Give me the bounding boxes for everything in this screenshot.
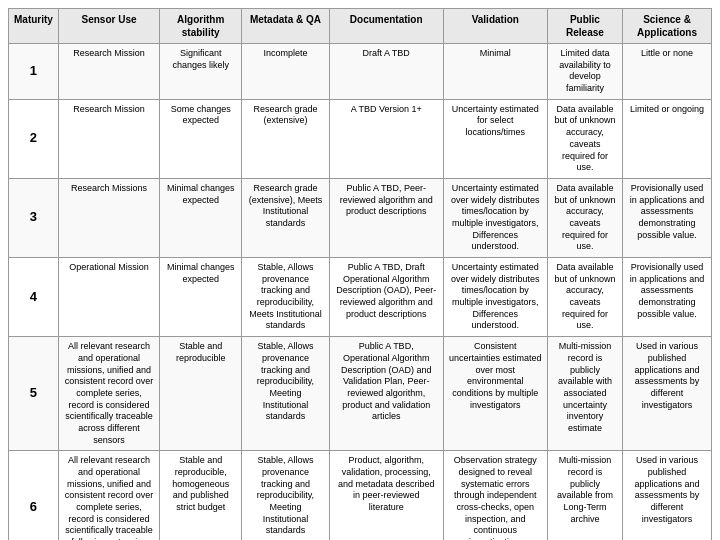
cell-public_release: Limited data availability to develop fam… xyxy=(547,44,622,100)
cell-metadata_qa: Stable, Allows provenance tracking and r… xyxy=(242,258,329,337)
cell-science_applications: Used in various published applications a… xyxy=(623,451,712,540)
cell-metadata_qa: Stable, Allows provenance tracking and r… xyxy=(242,451,329,540)
cell-maturity: 5 xyxy=(9,337,59,451)
table-row: 2Research MissionSome changes expectedRe… xyxy=(9,99,712,178)
header-validation: Validation xyxy=(443,9,547,44)
header-science: Science & Applications xyxy=(623,9,712,44)
cell-validation: Uncertainty estimated for select locatio… xyxy=(443,99,547,178)
header-sensor-use: Sensor Use xyxy=(58,9,159,44)
cell-algorithm_stability: Minimal changes expected xyxy=(160,178,242,257)
table-row: 6All relevant research and operational m… xyxy=(9,451,712,540)
cell-sensor_use: Research Mission xyxy=(58,99,159,178)
cell-algorithm_stability: Minimal changes expected xyxy=(160,258,242,337)
cell-science_applications: Provisionally used in applications and a… xyxy=(623,178,712,257)
cell-validation: Observation strategy designed to reveal … xyxy=(443,451,547,540)
cell-metadata_qa: Stable, Allows provenance tracking and r… xyxy=(242,337,329,451)
main-container: Maturity Sensor Use Algorithm stability … xyxy=(0,0,720,540)
cell-public_release: Multi-mission record is publicly availab… xyxy=(547,337,622,451)
cell-metadata_qa: Research grade (extensive), Meets Instit… xyxy=(242,178,329,257)
cell-sensor_use: All relevant research and operational mi… xyxy=(58,451,159,540)
cell-metadata_qa: Research grade (extensive) xyxy=(242,99,329,178)
table-row: 4Operational MissionMinimal changes expe… xyxy=(9,258,712,337)
cell-documentation: Public A TBD, Draft Operational Algorith… xyxy=(329,258,443,337)
header-documentation: Documentation xyxy=(329,9,443,44)
cell-documentation: Draft A TBD xyxy=(329,44,443,100)
cell-public_release: Data available but of unknown accuracy, … xyxy=(547,178,622,257)
cell-sensor_use: Research Missions xyxy=(58,178,159,257)
header-algorithm: Algorithm stability xyxy=(160,9,242,44)
cell-validation: Consistent uncertainties estimated over … xyxy=(443,337,547,451)
cell-documentation: A TBD Version 1+ xyxy=(329,99,443,178)
cell-science_applications: Limited or ongoing xyxy=(623,99,712,178)
header-maturity: Maturity xyxy=(9,9,59,44)
cell-sensor_use: All relevant research and operational mi… xyxy=(58,337,159,451)
cell-public_release: Data available but of unknown accuracy, … xyxy=(547,258,622,337)
cell-maturity: 4 xyxy=(9,258,59,337)
table-row: 5All relevant research and operational m… xyxy=(9,337,712,451)
header-metadata: Metadata & QA xyxy=(242,9,329,44)
cell-sensor_use: Operational Mission xyxy=(58,258,159,337)
cell-maturity: 6 xyxy=(9,451,59,540)
cell-algorithm_stability: Stable and reproducible, homogeneous and… xyxy=(160,451,242,540)
cell-algorithm_stability: Significant changes likely xyxy=(160,44,242,100)
cell-public_release: Data available but of unknown accuracy, … xyxy=(547,99,622,178)
cell-maturity: 3 xyxy=(9,178,59,257)
cell-science_applications: Provisionally used in applications and a… xyxy=(623,258,712,337)
cell-validation: Uncertainty estimated over widely distri… xyxy=(443,258,547,337)
cell-science_applications: Little or none xyxy=(623,44,712,100)
table-row: 3Research MissionsMinimal changes expect… xyxy=(9,178,712,257)
cell-maturity: 1 xyxy=(9,44,59,100)
cell-algorithm_stability: Stable and reproducible xyxy=(160,337,242,451)
cell-validation: Minimal xyxy=(443,44,547,100)
cell-documentation: Public A TBD, Peer-reviewed algorithm an… xyxy=(329,178,443,257)
cell-science_applications: Used in various published applications a… xyxy=(623,337,712,451)
cell-documentation: Product, algorithm, validation, processi… xyxy=(329,451,443,540)
cell-validation: Uncertainty estimated over widely distri… xyxy=(443,178,547,257)
cell-public_release: Multi-mission record is publicly availab… xyxy=(547,451,622,540)
header-public-release: Public Release xyxy=(547,9,622,44)
cell-sensor_use: Research Mission xyxy=(58,44,159,100)
cell-algorithm_stability: Some changes expected xyxy=(160,99,242,178)
maturity-table: Maturity Sensor Use Algorithm stability … xyxy=(8,8,712,540)
cell-maturity: 2 xyxy=(9,99,59,178)
cell-metadata_qa: Incomplete xyxy=(242,44,329,100)
cell-documentation: Public A TBD, Operational Algorithm Desc… xyxy=(329,337,443,451)
table-row: 1Research MissionSignificant changes lik… xyxy=(9,44,712,100)
